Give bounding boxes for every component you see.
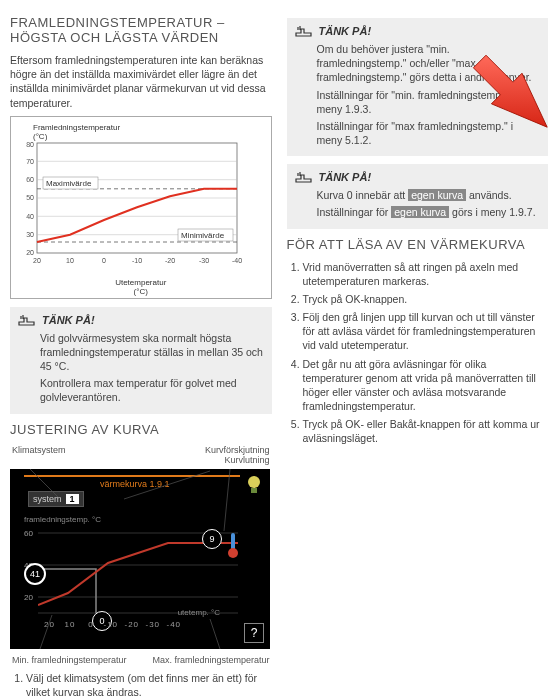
chart-yunit: (°C) <box>33 132 47 141</box>
info-box-menus: TÄNK PÅ! Om du behöver justera "min. fra… <box>287 18 549 156</box>
info3-title: TÄNK PÅ! <box>319 171 372 183</box>
svg-text:10: 10 <box>66 257 74 264</box>
curve-adjust-steps: Välj det klimatsystem (om det finns mer … <box>10 671 272 700</box>
ytick-20: 20 <box>24 593 33 602</box>
svg-text:30: 30 <box>26 231 34 238</box>
screen-label-klimatsystem: Klimatsystem <box>12 445 66 465</box>
svg-text:-30: -30 <box>199 257 209 264</box>
thermometer-icon <box>228 533 238 559</box>
info1-p2: Kontrollera max temperatur för golvet me… <box>40 376 264 404</box>
svg-text:60: 60 <box>26 176 34 183</box>
info2-p2: Inställningar för "min. framledningstemp… <box>317 88 541 116</box>
step-a1: Välj det klimatsystem (om det finns mer … <box>26 671 272 699</box>
xticks: 20 10 0 -10 -20 -30 -40 <box>44 620 181 629</box>
hand-point-icon <box>18 313 36 327</box>
system-selector[interactable]: system 1 <box>28 491 84 507</box>
hand-point-icon <box>295 170 313 184</box>
svg-text:80: 80 <box>26 141 34 148</box>
chart-ylabel: Framledningstemperatur <box>33 123 120 132</box>
info3-p2: Inställningar för egen kurva görs i meny… <box>317 205 541 219</box>
svg-text:-20: -20 <box>165 257 175 264</box>
screen-label-offset: Kurvförskjutning <box>205 445 270 455</box>
chart-max-label: Maximivärde <box>46 179 92 188</box>
svg-text:-10: -10 <box>132 257 142 264</box>
read-curve-steps: Vrid manöverratten så att ringen på axel… <box>287 260 549 446</box>
svg-rect-25 <box>251 488 257 493</box>
step-b3: Följ den grå linjen upp till kurvan och … <box>303 310 549 353</box>
help-button[interactable]: ? <box>244 623 264 643</box>
flow-temp-chart: Framledningstemperatur (°C) 20 30 <box>10 116 272 299</box>
screen-label-slope: Kurvlutning <box>224 455 269 465</box>
left-column: FRAMLEDNINGSTEMPERATUR – HÖGSTA OCH LÄGS… <box>10 10 272 700</box>
step-b2: Tryck på OK-knappen. <box>303 292 549 306</box>
heading-curve-adjust: JUSTERING AV KURVA <box>10 422 272 437</box>
info3-p1: Kurva 0 innebär att egen kurva används. <box>317 188 541 202</box>
step-b5: Tryck på OK- eller Bakåt-knappen för att… <box>303 417 549 445</box>
info-box-own-curve: TÄNK PÅ! Kurva 0 innebär att egen kurva … <box>287 164 549 228</box>
lamp-icon <box>246 475 262 497</box>
screen-xlabel: utetemp. °C <box>178 608 220 617</box>
info1-title: TÄNK PÅ! <box>42 314 95 326</box>
right-column: TÄNK PÅ! Om du behöver justera "min. fra… <box>287 10 549 700</box>
control-panel-screen: värmekurva 1.9.1 system 1 framledningste… <box>10 469 270 649</box>
step-b4: Det går nu att göra avläsningar för olik… <box>303 357 549 414</box>
hand-point-icon <box>295 24 313 38</box>
svg-line-36 <box>210 619 220 649</box>
svg-line-33 <box>224 469 230 531</box>
intro-paragraph: Eftersom framledningstemperaturen inte k… <box>10 53 272 110</box>
highlight-egen-kurva: egen kurva <box>391 206 449 218</box>
info2-title: TÄNK PÅ! <box>319 25 372 37</box>
step-b1: Vrid manöverratten så att ringen på axel… <box>303 260 549 288</box>
screen-label-min: Min. framledningstemperatur <box>12 655 127 665</box>
info2-p1: Om du behöver justera "min. framlednings… <box>317 42 541 85</box>
chart-min-label: Minimivärde <box>181 231 225 240</box>
svg-text:50: 50 <box>26 194 34 201</box>
value-9-bubble[interactable]: 9 <box>202 529 222 549</box>
chart-svg: 20 30 40 50 60 70 80 20 10 0 -10 -20 -30… <box>13 141 253 276</box>
svg-point-31 <box>228 548 238 558</box>
screen-title: värmekurva 1.9.1 <box>100 479 170 489</box>
svg-text:-40: -40 <box>232 257 242 264</box>
screen-label-max: Max. framledningstemperatur <box>152 655 269 665</box>
chart-xunit: (°C) <box>134 287 148 296</box>
heading-read-curve: FÖR ATT LÄSA AV EN VÄRMEKURVA <box>287 237 549 252</box>
system-label: system <box>33 494 62 504</box>
value-41-bubble[interactable]: 41 <box>24 563 46 585</box>
info-box-floor-heating: TÄNK PÅ! Vid golvvärmesystem ska normalt… <box>10 307 272 414</box>
svg-text:70: 70 <box>26 158 34 165</box>
svg-text:20: 20 <box>26 249 34 256</box>
svg-text:40: 40 <box>26 213 34 220</box>
svg-text:20: 20 <box>33 257 41 264</box>
highlight-egen-kurva: egen kurva <box>408 189 466 201</box>
chart-xlabel: Utetemperatur <box>115 278 166 287</box>
system-value: 1 <box>66 494 79 504</box>
heading-flow-temp-limits: FRAMLEDNINGSTEMPERATUR – HÖGSTA OCH LÄGS… <box>10 15 272 45</box>
svg-point-24 <box>248 476 260 488</box>
info2-p3: Inställningar för "max framledningstemp.… <box>317 119 541 147</box>
ytick-60: 60 <box>24 529 33 538</box>
svg-text:0: 0 <box>102 257 106 264</box>
info1-p1: Vid golvvärmesystem ska normalt högsta f… <box>40 331 264 374</box>
